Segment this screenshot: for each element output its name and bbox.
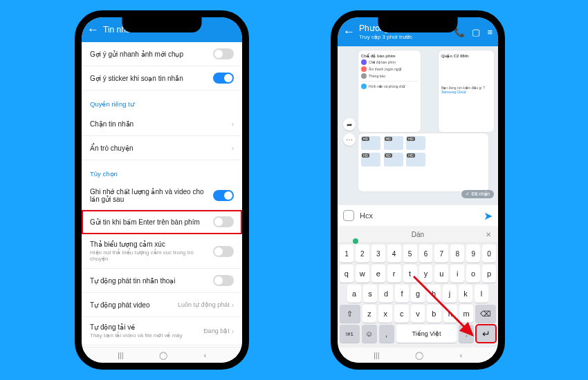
key-1[interactable]: 1 <box>340 245 353 263</box>
card-title: Quận C2 08th <box>441 53 491 58</box>
shift-key[interactable]: ⇧ <box>340 305 360 323</box>
key-7[interactable]: 7 <box>434 245 448 263</box>
symbols-key[interactable]: !#1 <box>340 325 360 343</box>
nav-recents-icon[interactable]: ||| <box>118 351 124 359</box>
chevron-right-icon: › <box>232 327 234 335</box>
sticker-icon[interactable] <box>343 210 354 221</box>
period-key[interactable]: . <box>459 325 474 343</box>
key-5[interactable]: 5 <box>403 245 417 263</box>
key-b[interactable]: b <box>427 305 441 323</box>
suggestion-text[interactable]: Dán <box>412 231 424 238</box>
toggle-suggest-photos[interactable] <box>213 48 234 59</box>
row-suggest-sticker[interactable]: Gợi ý sticker khi soạn tin nhắn <box>82 66 242 91</box>
toggle-enter-send[interactable] <box>213 216 234 227</box>
key-l[interactable]: l <box>475 285 488 303</box>
key-t[interactable]: t <box>403 265 417 283</box>
menu-icon[interactable]: ≡ <box>487 27 493 37</box>
row-autoplay-video[interactable]: Tự động phát video Luôn tự động phát › <box>82 293 242 317</box>
key-o[interactable]: o <box>466 265 480 283</box>
emoji-key[interactable]: ☺ <box>362 325 377 343</box>
key-6[interactable]: 6 <box>419 245 433 263</box>
toggle-autoplay-voice[interactable] <box>213 275 234 286</box>
key-y[interactable]: y <box>419 265 433 283</box>
key-k[interactable]: k <box>459 285 472 303</box>
key-h[interactable]: h <box>427 285 441 303</box>
close-icon[interactable]: ✕ <box>486 231 491 238</box>
keyboard-suggestion-bar: Dán ✕ <box>338 226 498 243</box>
key-n[interactable]: n <box>443 305 457 323</box>
more-button[interactable]: ⋯ <box>343 133 356 146</box>
media-thumb[interactable] <box>361 153 380 167</box>
key-p[interactable]: p <box>482 265 496 283</box>
key-3[interactable]: 3 <box>371 245 385 263</box>
chat-status: Truy cập 3 phút trước <box>359 34 412 40</box>
row-block[interactable]: Chặn tin nhắn › <box>82 112 242 136</box>
key-x[interactable]: x <box>378 305 392 323</box>
key-a[interactable]: a <box>347 285 361 303</box>
chat-body: Chế độ bàn phím Chế độ bàn phím Âm thanh… <box>338 46 498 205</box>
media-thumb[interactable] <box>384 153 403 167</box>
row-drop-emoji[interactable]: Thả biểu tượng cảm xúc Hiện nút thả biểu… <box>82 234 242 269</box>
row-value: Đang bật <box>203 327 230 334</box>
key-m[interactable]: m <box>459 305 473 323</box>
key-9[interactable]: 9 <box>466 245 480 263</box>
media-grid[interactable] <box>358 133 488 191</box>
key-j[interactable]: j <box>443 285 457 303</box>
shared-card-settings[interactable]: Chế độ bàn phím Chế độ bàn phím Âm thanh… <box>358 50 421 132</box>
key-g[interactable]: g <box>411 285 425 303</box>
back-icon[interactable]: ← <box>343 25 355 39</box>
key-4[interactable]: 4 <box>387 245 401 263</box>
key-2[interactable]: 2 <box>356 245 369 263</box>
row-remember-quality[interactable]: Ghi nhớ chất lượng ảnh và video cho lần … <box>82 182 242 210</box>
share-button[interactable]: ➦ <box>343 118 356 131</box>
key-8[interactable]: 8 <box>450 245 464 263</box>
nav-home-icon[interactable]: ◯ <box>159 351 167 360</box>
toggle-drop-emoji[interactable] <box>213 246 234 257</box>
row-autodl[interactable]: Tự động tải về Thay bạn tải video và fil… <box>82 317 242 345</box>
nav-back-icon[interactable]: ‹ <box>459 351 462 359</box>
back-icon[interactable]: ← <box>87 23 99 37</box>
key-v[interactable]: v <box>411 305 425 323</box>
key-r[interactable]: r <box>387 265 401 283</box>
row-enter-send[interactable]: Gửi tin khi bấm Enter trên bàn phím <box>82 210 242 234</box>
space-key[interactable]: Tiếng Việt <box>396 325 457 343</box>
row-suggest-photos[interactable]: Gợi ý gửi nhanh ảnh mới chụp <box>82 42 242 66</box>
chevron-right-icon: › <box>232 301 234 309</box>
media-thumb[interactable] <box>384 136 403 150</box>
keyboard-row-2: asdfghjkl <box>340 285 496 303</box>
media-thumb[interactable] <box>406 153 425 167</box>
key-e[interactable]: e <box>371 265 385 283</box>
key-s[interactable]: s <box>363 285 377 303</box>
key-z[interactable]: z <box>362 305 376 323</box>
card-title: Chế độ bàn phím <box>361 53 418 58</box>
phone-notch <box>122 17 202 32</box>
keyboard-row-1: qwertyuiop <box>340 265 496 283</box>
media-thumb[interactable] <box>406 136 425 150</box>
keyboard-row-3: ⇧ zxcvbnm ⌫ <box>340 305 496 323</box>
media-thumb[interactable] <box>361 136 380 150</box>
key-f[interactable]: f <box>395 285 409 303</box>
nav-home-icon[interactable]: ◯ <box>415 351 423 360</box>
row-hide[interactable]: Ẩn trò chuyện › <box>82 136 242 160</box>
key-u[interactable]: u <box>434 265 448 283</box>
video-icon[interactable]: ▢ <box>472 27 480 37</box>
send-icon[interactable]: ➤ <box>484 209 493 222</box>
nav-recents-icon[interactable]: ||| <box>374 351 380 359</box>
key-c[interactable]: c <box>394 305 408 323</box>
chevron-right-icon: › <box>232 120 234 128</box>
toggle-remember-quality[interactable] <box>213 190 234 201</box>
nav-back-icon[interactable]: ‹ <box>203 351 206 359</box>
toggle-suggest-sticker[interactable] <box>213 73 234 84</box>
backspace-key[interactable]: ⌫ <box>475 305 496 323</box>
key-w[interactable]: w <box>356 265 369 283</box>
row-autoplay-voice[interactable]: Tự động phát tin nhắn thoại <box>82 269 242 293</box>
comma-key[interactable]: , <box>379 325 394 343</box>
key-0[interactable]: 0 <box>482 245 496 263</box>
key-d[interactable]: d <box>379 285 393 303</box>
key-q[interactable]: q <box>340 265 353 283</box>
enter-key[interactable]: ↵ <box>476 325 496 343</box>
key-i[interactable]: i <box>450 265 464 283</box>
shared-card-right[interactable]: Quận C2 08th Bạn đang tìm kiếm điều gì ?… <box>439 50 494 132</box>
chat-input[interactable] <box>358 211 479 220</box>
chat-input-bar: ➤ <box>338 205 498 226</box>
